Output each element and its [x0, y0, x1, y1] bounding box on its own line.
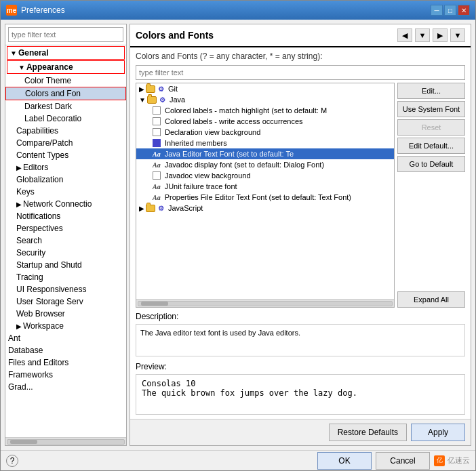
tree-item-ant[interactable]: Ant: [5, 332, 126, 344]
tree-item-ui-resp[interactable]: UI Responsiveness: [5, 283, 126, 295]
tree-item-frameworks[interactable]: Frameworks: [5, 369, 126, 381]
list-label-java: Java: [170, 96, 185, 104]
list-scrollbar[interactable]: [136, 299, 394, 307]
tree-item-compare-patch[interactable]: Compare/Patch: [5, 137, 126, 149]
close-button[interactable]: ✕: [458, 5, 470, 16]
tree-item-web-browser[interactable]: Web Browser: [5, 308, 126, 320]
tree-item-color-theme[interactable]: Color Theme: [5, 75, 126, 87]
list-label-javadoc-bg: Javadoc view background: [165, 171, 251, 180]
tree-item-darkest-dark[interactable]: Darkest Dark: [5, 100, 126, 112]
list-item-java-editor-font[interactable]: Aa Java Editor Text Font (set to default…: [136, 148, 394, 159]
folder-icon-java: [147, 96, 157, 104]
tree-label-editors: Editors: [23, 163, 48, 172]
right-header: Colors and Fonts ◀ ▼ ▶ ▼: [130, 24, 471, 47]
tree-item-colors-fonts[interactable]: Colors and Fon: [5, 87, 126, 100]
tree-item-user-storage[interactable]: User Storage Serv: [5, 295, 126, 308]
list-label-git: Git: [168, 85, 178, 93]
tree-item-editors[interactable]: ▶ Editors: [5, 161, 126, 173]
list-item-colored-match[interactable]: Colored labels - match highlight (set to…: [136, 105, 394, 116]
watermark: 亿 亿速云: [434, 455, 470, 466]
tree-item-files-editors[interactable]: Files and Editors: [5, 356, 126, 369]
list-label-java-editor-font: Java Editor Text Font (set to default: T…: [165, 150, 294, 158]
arrow-editors: ▶: [16, 164, 22, 171]
square-empty-icon-3: [153, 128, 161, 136]
filter-wrap: [5, 24, 126, 45]
list-scroll-track: [138, 301, 393, 306]
tree-item-content-types[interactable]: Content Types: [5, 149, 126, 161]
app-icon: me: [6, 5, 17, 16]
tree-item-notifications[interactable]: Notifications: [5, 210, 126, 222]
list-item-junit-font[interactable]: Aa JUnit failure trace font: [136, 181, 394, 192]
square-empty-icon-2: [153, 117, 161, 125]
edit-button[interactable]: Edit...: [397, 83, 465, 99]
tree-label-workspace: Workspace: [23, 321, 64, 331]
side-buttons: Edit... Use System Font Reset Edit Defau…: [397, 83, 465, 308]
right-filter-input[interactable]: [136, 65, 465, 80]
list-item-javascript[interactable]: ▶ ⚙ JavaScript: [136, 203, 394, 213]
tree-item-security[interactable]: Security: [5, 247, 126, 259]
restore-defaults-button[interactable]: Restore Defaults: [329, 424, 407, 441]
list-item-colored-write[interactable]: Colored labels - write access occurrence…: [136, 116, 394, 127]
go-to-default-button[interactable]: Go to Default: [397, 156, 465, 172]
items-list: ▶ ⚙ Git ▼: [136, 83, 394, 299]
nav-menu-button[interactable]: ▼: [450, 28, 465, 42]
maximize-button[interactable]: □: [444, 5, 456, 16]
description-label: Description:: [136, 312, 465, 321]
items-and-buttons: ▶ ⚙ Git ▼: [136, 83, 465, 308]
arrow-general: ▼: [10, 49, 17, 57]
tree-item-capabilities[interactable]: Capabilities: [5, 125, 126, 137]
expand-all-button[interactable]: Expand All: [397, 291, 465, 308]
tree-item-database[interactable]: Database: [5, 344, 126, 356]
list-label-junit-font: JUnit failure trace font: [165, 182, 237, 190]
list-scroll-thumb: [141, 302, 168, 306]
square-empty-icon-1: [153, 106, 161, 115]
list-item-javadoc-font[interactable]: Aa Javadoc display font (set to default:…: [136, 159, 394, 170]
folder-icon-js: [146, 205, 155, 212]
aa-icon-javadoc: Aa: [153, 161, 161, 169]
help-icon[interactable]: ?: [6, 455, 18, 467]
list-label-javascript: JavaScript: [168, 204, 203, 212]
tree-item-globalization[interactable]: Globalization: [5, 173, 126, 186]
watermark-icon: 亿: [434, 455, 445, 466]
aa-icon-properties: Aa: [153, 194, 161, 201]
nav-back-button[interactable]: ◀: [397, 28, 412, 42]
list-label-declaration-bg: Declaration view background: [165, 128, 260, 136]
arrow-js: ▶: [139, 205, 144, 212]
tree-item-network[interactable]: ▶ Network Connectio: [5, 198, 126, 210]
window-title: Preferences: [21, 5, 65, 15]
gear-icon-js: ⚙: [158, 205, 164, 212]
tree-item-search[interactable]: Search: [5, 234, 126, 247]
left-panel: ▼ General ▼ Appearance Color Theme Color…: [5, 24, 127, 446]
cancel-button[interactable]: Cancel: [376, 452, 430, 470]
filter-input[interactable]: [8, 27, 123, 42]
list-item-declaration-bg[interactable]: Declaration view background: [136, 127, 394, 138]
preview-label: Preview:: [136, 362, 465, 371]
list-item-inherited[interactable]: Inherited members: [136, 138, 394, 148]
tree-item-perspectives[interactable]: Perspectives: [5, 222, 126, 234]
bottom-bar: Restore Defaults Apply: [130, 419, 471, 445]
tree-item-tracing[interactable]: Tracing: [5, 271, 126, 283]
tree-item-gradle[interactable]: Grad...: [5, 381, 126, 393]
tree-item-workspace[interactable]: ▶ Workspace: [5, 320, 126, 332]
list-item-git[interactable]: ▶ ⚙ Git: [136, 83, 394, 94]
tree-item-label-deco[interactable]: Label Decoratio: [5, 112, 126, 125]
nav-forward-button[interactable]: ▶: [433, 28, 448, 42]
list-item-javadoc-bg[interactable]: Javadoc view background: [136, 170, 394, 181]
minimize-button[interactable]: ─: [431, 5, 443, 16]
left-scrollbar[interactable]: [5, 437, 126, 445]
list-item-properties-font[interactable]: Aa Properties File Editor Text Font (set…: [136, 192, 394, 203]
tree-item-general[interactable]: ▼ General: [7, 46, 125, 60]
list-item-java[interactable]: ▼ ⚙ Java: [136, 94, 394, 105]
ok-button[interactable]: OK: [317, 452, 372, 470]
tree-item-appearance[interactable]: ▼ Appearance: [7, 60, 125, 74]
edit-default-button[interactable]: Edit Default...: [397, 138, 465, 154]
tree-item-keys[interactable]: Keys: [5, 186, 126, 198]
nav-dropdown-button[interactable]: ▼: [415, 28, 430, 42]
preferences-window: me Preferences ─ □ ✕ ▼ General ▼: [0, 0, 476, 471]
right-body: Colors and Fonts (? = any character, * =…: [130, 47, 471, 419]
list-label-inherited: Inherited members: [165, 139, 227, 147]
tree-item-startup[interactable]: Startup and Shutd: [5, 259, 126, 271]
apply-button[interactable]: Apply: [411, 424, 465, 441]
use-system-font-button[interactable]: Use System Font: [397, 101, 465, 117]
reset-button[interactable]: Reset: [397, 119, 465, 136]
